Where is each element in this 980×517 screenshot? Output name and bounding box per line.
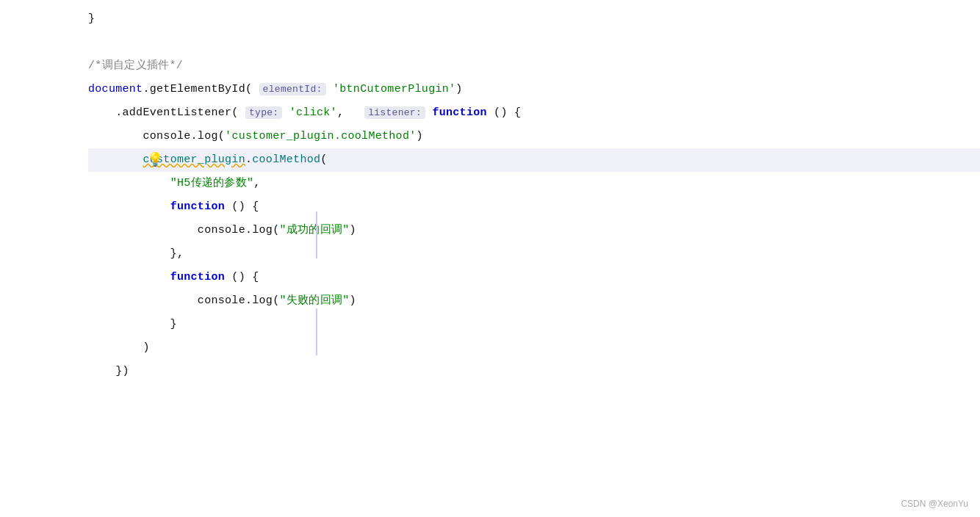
- indent-bar-failure: [316, 308, 317, 355]
- code-comment: /*调自定义插件*/: [88, 57, 183, 75]
- line-3: /*调自定义插件*/: [88, 54, 980, 78]
- line-11: },: [88, 242, 980, 266]
- line-1: }: [88, 7, 980, 31]
- code-getelementbyid: document.getElementById( elementId: 'btn…: [88, 81, 463, 98]
- watermark: CSDN @XeonYu: [901, 497, 968, 511]
- line-6: console.log('customer_plugin.coolMethod'…: [88, 125, 980, 148]
- code-function1: function () {: [88, 198, 259, 216]
- code-function2: function () {: [88, 269, 259, 286]
- line-7: 💡 customer_plugin.coolMethod(: [88, 148, 980, 172]
- code-addeventlistener: .addEventListener( type: 'click', listen…: [88, 104, 521, 122]
- code-param1: "H5传递的参数",: [88, 175, 261, 192]
- code-braceparen-close: }): [88, 363, 129, 380]
- code-brace-comma: },: [88, 245, 184, 263]
- line-12: function () {: [88, 266, 980, 289]
- line-16: }): [88, 360, 980, 383]
- code-line-1: }: [88, 10, 95, 28]
- line-5: .addEventListener( type: 'click', listen…: [88, 101, 980, 125]
- line-13: console.log("失败的回调"): [88, 289, 980, 313]
- line-2: [88, 31, 980, 54]
- line-4: document.getElementById( elementId: 'btn…: [88, 78, 980, 101]
- line-15: ): [88, 336, 980, 360]
- code-content: } /*调自定义插件*/ document.getElementById( el…: [0, 7, 980, 383]
- line-10: console.log("成功的回调"): [88, 219, 980, 242]
- code-coolmethod: customer_plugin.coolMethod(: [88, 151, 328, 169]
- code-brace-end: }: [88, 316, 177, 333]
- line-14: }: [88, 313, 980, 336]
- line-8: "H5传递的参数",: [88, 172, 980, 195]
- code-consolelog3: console.log("失败的回调"): [88, 292, 356, 310]
- code-paren-close: ): [88, 339, 150, 357]
- bulb-icon[interactable]: 💡: [147, 150, 163, 171]
- line-9: function () {: [88, 195, 980, 219]
- code-consolelog1: console.log('customer_plugin.coolMethod'…: [88, 128, 423, 145]
- code-editor: } /*调自定义插件*/ document.getElementById( el…: [0, 0, 980, 517]
- indent-bar-success: [316, 212, 317, 258]
